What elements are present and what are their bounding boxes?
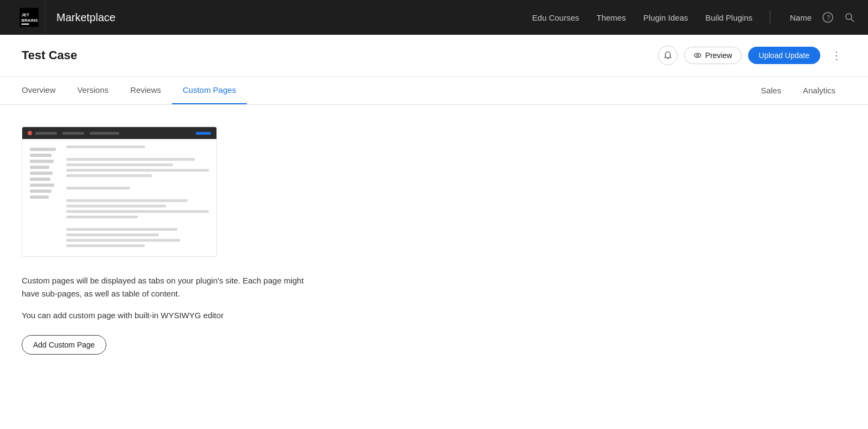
preview-line — [66, 146, 145, 148]
topbar-line-3 — [90, 132, 119, 135]
desc-line-1: Custom pages will be displayed as tabs o… — [22, 276, 304, 285]
search-icon-button[interactable] — [844, 12, 855, 23]
svg-point-9 — [697, 54, 699, 56]
plugin-title: Test Case — [22, 48, 77, 62]
preview-topbar-lines — [35, 132, 193, 135]
plugin-header-actions: Preview Upload Update ⋮ — [658, 46, 846, 65]
tabs-left: Overview Versions Reviews Custom Pages — [22, 77, 247, 104]
sidebar-line — [30, 160, 54, 163]
svg-point-6 — [846, 14, 852, 20]
description-text-1: Custom pages will be displayed as tabs o… — [22, 274, 401, 300]
preview-line — [66, 199, 188, 202]
preview-line — [66, 216, 138, 218]
tab-overview[interactable]: Overview — [22, 77, 67, 104]
preview-label: Preview — [705, 51, 732, 60]
sidebar-line — [30, 166, 49, 169]
sidebar-line — [30, 195, 49, 199]
description-text-2: You can add custom page with built-in WY… — [22, 309, 401, 322]
preview-spacer — [66, 180, 209, 184]
preview-main — [66, 146, 209, 247]
search-icon — [844, 12, 855, 23]
svg-text:BRAINS: BRAINS — [22, 18, 38, 23]
preview-line — [66, 163, 173, 166]
tab-versions[interactable]: Versions — [67, 77, 120, 104]
svg-line-7 — [851, 19, 854, 22]
preview-line — [66, 158, 195, 161]
preview-line — [66, 169, 209, 172]
preview-content-area — [22, 139, 216, 254]
jetbrains-logo: JET BRAINS — [13, 0, 46, 35]
preview-line — [66, 228, 177, 231]
preview-line — [66, 174, 152, 177]
marketplace-title: Marketplace — [46, 11, 116, 24]
preview-line — [66, 210, 209, 213]
bell-icon — [663, 51, 672, 60]
preview-spacer — [66, 221, 209, 225]
preview-button[interactable]: Preview — [684, 47, 742, 64]
sidebar-line — [30, 190, 52, 193]
preview-line — [66, 205, 166, 207]
main-nav: Edu Courses Themes Plugin Ideas Build Pl… — [532, 11, 855, 24]
page-preview-thumbnail — [22, 127, 217, 257]
tabs-right: Sales Analytics — [750, 77, 846, 104]
logo-block: JET BRAINS Marketplace — [13, 0, 116, 35]
topbar-line-2 — [62, 132, 84, 135]
eye-icon — [693, 51, 702, 60]
preview-line — [66, 239, 180, 242]
tab-reviews[interactable]: Reviews — [119, 77, 172, 104]
sidebar-line — [30, 172, 53, 175]
sidebar-line — [30, 178, 50, 181]
preview-spacer — [66, 151, 209, 155]
bell-button[interactable] — [658, 46, 678, 65]
sidebar-line — [30, 148, 56, 151]
nav-edu-courses[interactable]: Edu Courses — [532, 13, 579, 22]
svg-text:JET: JET — [22, 12, 30, 17]
svg-point-8 — [694, 53, 701, 58]
help-icon-button[interactable]: ? — [822, 12, 833, 23]
main-content: Custom pages will be displayed as tabs o… — [0, 105, 868, 429]
preview-dot-red — [28, 131, 32, 135]
topbar-line-1 — [35, 132, 57, 135]
svg-text:?: ? — [827, 14, 831, 22]
tabs-bar: Overview Versions Reviews Custom Pages S… — [0, 77, 868, 105]
nav-plugin-ideas[interactable]: Plugin Ideas — [643, 13, 688, 22]
user-name[interactable]: Name — [790, 13, 812, 22]
nav-themes[interactable]: Themes — [597, 13, 626, 22]
desc-line-2: have sub-pages, as well as table of cont… — [22, 289, 180, 298]
topbar-blue-btn — [196, 132, 211, 135]
more-options-button[interactable]: ⋮ — [827, 47, 846, 64]
nav-divider — [770, 11, 770, 24]
preview-topbar — [22, 127, 216, 139]
nav-build-plugins[interactable]: Build Plugins — [705, 13, 752, 22]
top-header: JET BRAINS Marketplace Edu Courses Theme… — [0, 0, 868, 35]
preview-line — [66, 187, 130, 190]
tab-analytics[interactable]: Analytics — [792, 77, 846, 104]
svg-rect-3 — [22, 23, 29, 24]
header-actions: Name ? — [790, 12, 855, 23]
tab-custom-pages[interactable]: Custom Pages — [172, 77, 247, 104]
plugin-header: Test Case Preview Upload Update ⋮ — [0, 35, 868, 77]
help-icon: ? — [822, 12, 833, 23]
add-custom-page-button[interactable]: Add Custom Page — [22, 335, 106, 355]
tab-sales[interactable]: Sales — [750, 77, 792, 104]
preview-sidebar — [30, 146, 60, 247]
preview-line — [66, 234, 159, 236]
preview-spacer — [66, 192, 209, 197]
preview-line — [66, 244, 145, 247]
sidebar-line — [30, 184, 54, 187]
sidebar-line — [30, 154, 52, 157]
upload-update-button[interactable]: Upload Update — [748, 47, 820, 64]
